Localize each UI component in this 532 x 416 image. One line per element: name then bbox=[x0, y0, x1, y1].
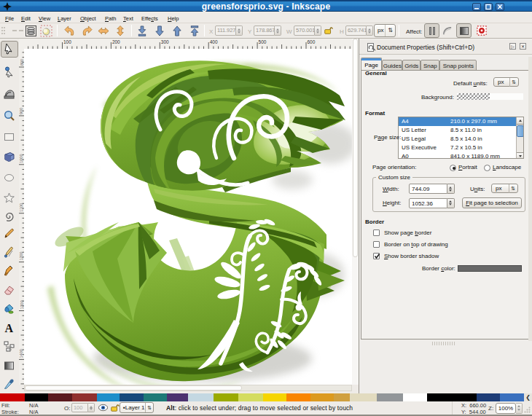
svg-text:400: 400 bbox=[210, 39, 218, 44]
svg-text:600: 600 bbox=[308, 39, 316, 44]
svg-text:500: 500 bbox=[259, 39, 267, 44]
svg-text:300: 300 bbox=[161, 39, 169, 44]
svg-text:1000: 1000 bbox=[20, 154, 24, 163]
svg-text:800: 800 bbox=[20, 59, 24, 66]
svg-text:200: 200 bbox=[112, 39, 120, 44]
svg-text:900: 900 bbox=[20, 108, 24, 114]
svg-text:1100: 1100 bbox=[20, 203, 24, 212]
svg-text:100: 100 bbox=[63, 39, 71, 44]
svg-text:A: A bbox=[5, 322, 14, 334]
svg-text:1200: 1200 bbox=[20, 251, 24, 260]
svg-text:1400: 1400 bbox=[20, 349, 24, 358]
svg-text:1300: 1300 bbox=[20, 300, 24, 309]
